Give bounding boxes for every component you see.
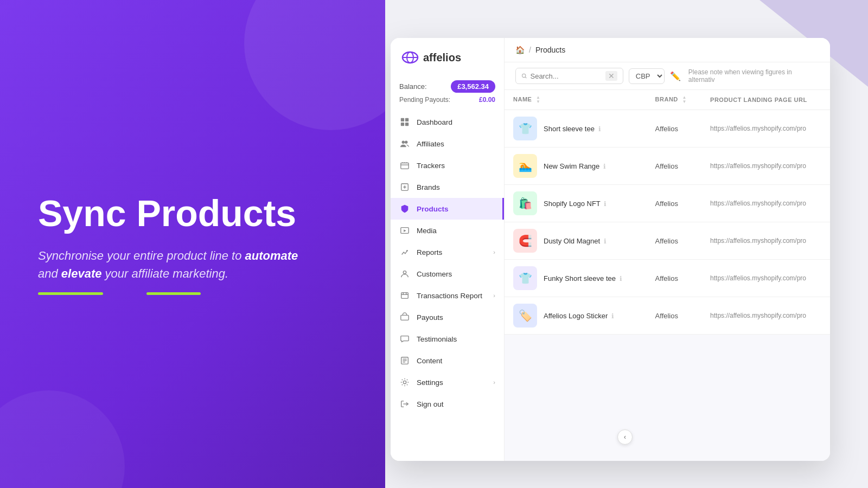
trackers-icon	[399, 160, 410, 171]
svg-rect-3	[401, 118, 404, 121]
toolbar-note: Please note when viewing figures in alte…	[688, 68, 819, 84]
product-name-cell: 🏊 New Swim Range ℹ	[505, 147, 647, 185]
sidebar-item-affiliates[interactable]: Affiliates	[391, 133, 504, 155]
hero-title: Sync Products	[38, 193, 347, 234]
signout-icon	[399, 399, 410, 409]
products-table-container: NAME ▲▼ BRAND ▲▼ PRODUCT LANDING PAGE UR…	[505, 90, 830, 461]
sidebar-item-dashboard[interactable]: Dashboard	[391, 111, 504, 133]
svg-point-27	[522, 74, 526, 77]
brand-cell: Affelios	[647, 147, 701, 185]
balance-value: £3,562.34	[451, 80, 495, 93]
sidebar-item-products[interactable]: Products	[391, 198, 504, 220]
payouts-icon	[399, 312, 410, 323]
svg-rect-4	[405, 118, 409, 121]
table-row[interactable]: 🏊 New Swim Range ℹ Affelios https://affe…	[505, 147, 830, 185]
search-icon	[521, 72, 527, 80]
url-cell: https://affelios.myshopify.com/pro	[701, 185, 830, 222]
main-header: 🏠 / Products	[505, 38, 830, 62]
sidebar-item-label: Settings	[417, 378, 487, 387]
sidebar-item-brands[interactable]: Brands	[391, 176, 504, 198]
search-box[interactable]: ✕	[515, 68, 623, 84]
products-icon	[399, 203, 410, 214]
sidebar-item-reports[interactable]: Reports ›	[391, 241, 504, 263]
hero-subtitle: Synchronise your entire product line to …	[38, 247, 320, 282]
logo-text: affelios	[423, 52, 461, 64]
subtitle-bold1: automate	[245, 249, 298, 262]
brand-cell: Affelios	[647, 222, 701, 260]
media-icon	[399, 225, 410, 236]
pending-label: Pending Payouts:	[399, 96, 450, 104]
sidebar-item-label: Trackers	[417, 162, 495, 170]
svg-marker-13	[404, 229, 406, 232]
url-cell: https://affelios.myshopify.com/pro	[701, 147, 830, 185]
sidebar-item-content[interactable]: Content	[391, 350, 504, 371]
sidebar-balance: Balance: £3,562.34 Pending Payouts: £0.0…	[391, 75, 504, 107]
collapse-sidebar-button[interactable]: ‹	[617, 429, 633, 445]
breadcrumb-separator: /	[529, 46, 531, 54]
product-name-cell: 🛍️ Shopify Logo NFT ℹ	[505, 185, 647, 222]
sidebar-item-settings[interactable]: Settings ›	[391, 371, 504, 393]
settings-icon	[399, 377, 410, 388]
brand-cell: Affelios	[647, 260, 701, 297]
subtitle-bold2: elevate	[61, 267, 102, 280]
sidebar-item-label: Content	[417, 357, 495, 365]
svg-line-28	[525, 77, 526, 78]
table-row[interactable]: 👕 Funky Short sleeve tee ℹ Affelios http…	[505, 260, 830, 297]
svg-point-7	[402, 141, 405, 144]
table-row[interactable]: 🏷️ Affelios Logo Sticker ℹ Affelios http…	[505, 297, 830, 335]
table-row[interactable]: 🛍️ Shopify Logo NFT ℹ Affelios https://a…	[505, 185, 830, 222]
collapse-sidebar-area: ‹	[617, 429, 633, 445]
search-clear-button[interactable]: ✕	[605, 71, 617, 81]
product-name-cell: 🏷️ Affelios Logo Sticker ℹ	[505, 297, 647, 335]
sidebar-item-label: Payouts	[417, 313, 495, 322]
sidebar-item-label: Transactions Report	[417, 292, 487, 300]
reports-icon	[399, 247, 410, 258]
subtitle-text-after: your affiliate marketing.	[101, 267, 228, 280]
svg-point-8	[405, 141, 407, 144]
sidebar-item-label: Customers	[417, 270, 495, 278]
underline-bar-2	[146, 292, 201, 295]
chevron-right-icon: ›	[493, 249, 495, 255]
url-cell: https://affelios.myshopify.com/pro	[701, 222, 830, 260]
sidebar-item-testimonials[interactable]: Testimonials	[391, 328, 504, 350]
affiliates-icon	[399, 138, 410, 149]
svg-point-14	[406, 250, 408, 252]
chevron-right-icon: ›	[493, 379, 495, 386]
search-input[interactable]	[530, 72, 602, 80]
url-cell: https://affelios.myshopify.com/pro	[701, 260, 830, 297]
main-content: 🏠 / Products ✕ CBP USD EUR GBP	[505, 38, 830, 461]
content-icon	[399, 355, 410, 366]
svg-rect-16	[401, 293, 409, 299]
left-panel: Sync Products Synchronise your entire pr…	[0, 0, 385, 488]
chevron-right-icon: ›	[493, 292, 495, 299]
affelios-logo-icon	[401, 49, 419, 66]
sidebar: affelios Balance: £3,562.34 Pending Payo…	[391, 38, 505, 461]
sidebar-item-transactions-report[interactable]: Transactions Report ›	[391, 285, 504, 306]
pending-row: Pending Payouts: £0.00	[399, 96, 495, 104]
sidebar-nav: Dashboard Affiliates Trackers	[391, 107, 504, 461]
table-row[interactable]: 👕 Short sleeve tee ℹ Affelios https://af…	[505, 110, 830, 147]
brand-cell: Affelios	[647, 297, 701, 335]
testimonials-icon	[399, 333, 410, 344]
balance-row: Balance: £3,562.34	[399, 80, 495, 93]
product-name-cell: 🧲 Dusty Old Magnet ℹ	[505, 222, 647, 260]
right-panel: affelios Balance: £3,562.34 Pending Payo…	[385, 0, 868, 488]
table-row[interactable]: 🧲 Dusty Old Magnet ℹ Affelios https://af…	[505, 222, 830, 260]
edit-icon[interactable]: ✏️	[670, 71, 681, 81]
sidebar-item-media[interactable]: Media	[391, 220, 504, 241]
sidebar-item-trackers[interactable]: Trackers	[391, 155, 504, 176]
col-brand: BRAND ▲▼	[647, 90, 701, 110]
currency-select[interactable]: CBP USD EUR GBP	[629, 68, 665, 84]
brands-icon	[399, 182, 410, 192]
svg-rect-20	[401, 315, 409, 320]
balance-label: Balance:	[399, 82, 427, 91]
url-cell: https://affelios.myshopify.com/pro	[701, 110, 830, 147]
sidebar-item-customers[interactable]: Customers	[391, 263, 504, 285]
product-name-cell: 👕 Short sleeve tee ℹ	[505, 110, 647, 147]
sidebar-item-label: Reports	[417, 248, 487, 256]
sidebar-item-signout[interactable]: Sign out	[391, 393, 504, 415]
url-cell: https://affelios.myshopify.com/pro	[701, 297, 830, 335]
col-url: PRODUCT LANDING PAGE URL	[701, 90, 830, 110]
sidebar-item-payouts[interactable]: Payouts	[391, 306, 504, 328]
svg-rect-9	[401, 163, 409, 169]
